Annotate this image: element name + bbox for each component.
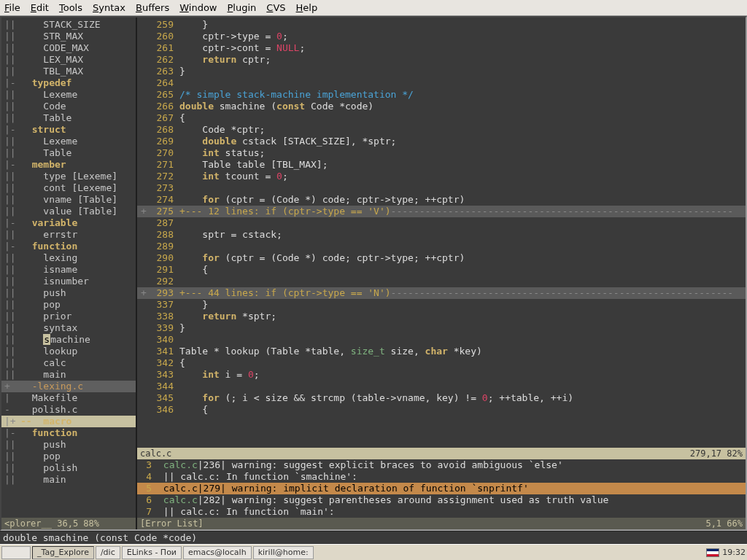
code-editor[interactable]: 259 } 260 cptr->type = 0; 261 cptr->cont…: [137, 18, 746, 448]
taskbar[interactable]: _Tag_Explore/dicELinks - Поиemacs@localh…: [0, 544, 747, 560]
error-line[interactable]: 4 || calc.c: In function `smachine':: [137, 471, 746, 483]
outline-item[interactable]: || CODE_MAX: [1, 42, 136, 54]
code-line[interactable]: 339}: [137, 322, 746, 334]
outline-item[interactable]: |- function: [1, 427, 136, 439]
code-line[interactable]: +293+--- 44 lines: if (cptr->type == 'N'…: [137, 287, 746, 299]
outline-item[interactable]: || cont [Lexeme]: [1, 182, 136, 194]
taskbar-button[interactable]: _Tag_Explore: [32, 546, 94, 559]
outline-item[interactable]: || TBL_MAX: [1, 66, 136, 77]
code-line[interactable]: 342{: [137, 357, 746, 369]
outline-item[interactable]: |+-- macro: [1, 416, 136, 427]
command-line[interactable]: double smachine (const Code *code): [0, 531, 747, 544]
outline-item[interactable]: || STACK_SIZE: [1, 19, 136, 31]
menu-window[interactable]: Window: [179, 2, 217, 13]
code-line[interactable]: 344: [137, 381, 746, 392]
outline-item[interactable]: || prior: [1, 311, 136, 322]
outline-item[interactable]: || push: [1, 287, 136, 299]
outline-item[interactable]: || lookup: [1, 346, 136, 357]
code-line[interactable]: 273: [137, 182, 746, 194]
outline-item[interactable]: || pop: [1, 299, 136, 311]
outline-item[interactable]: || Table: [1, 147, 136, 159]
outline-item[interactable]: || polish: [1, 462, 136, 474]
outline-item[interactable]: || Table: [1, 112, 136, 124]
outline-item[interactable]: |- variable: [1, 217, 136, 229]
code-line[interactable]: 264: [137, 77, 746, 89]
outline-item[interactable]: || vname [Table]: [1, 194, 136, 206]
outline-item[interactable]: || smachine: [1, 334, 136, 346]
outline-item[interactable]: || Lexeme: [1, 89, 136, 101]
taskbar-button[interactable]: /dic: [96, 546, 120, 559]
outline-tree[interactable]: || STACK_SIZE|| STR_MAX|| CODE_MAX|| LEX…: [1, 18, 136, 518]
code-line[interactable]: 271 Table table [TBL_MAX];: [137, 159, 746, 171]
outline-item[interactable]: || isnumber: [1, 276, 136, 287]
code-line[interactable]: 291 {: [137, 264, 746, 276]
code-line[interactable]: 287: [137, 217, 746, 229]
code-line[interactable]: 343 int i = 0;: [137, 369, 746, 381]
code-line[interactable]: 341Table * lookup (Table *table, size_t …: [137, 346, 746, 357]
outline-item[interactable]: || main: [1, 474, 136, 486]
outline-item[interactable]: || LEX_MAX: [1, 54, 136, 66]
outline-item[interactable]: |- member: [1, 159, 136, 171]
code-line[interactable]: 340: [137, 334, 746, 346]
keyboard-layout-icon[interactable]: [706, 548, 719, 557]
code-line[interactable]: 269 double cstack [STACK_SIZE], *sptr;: [137, 136, 746, 147]
menu-plugin[interactable]: Plugin: [227, 2, 256, 13]
code-line[interactable]: 272 int tcount = 0;: [137, 171, 746, 182]
code-line[interactable]: 274 for (cptr = (Code *) code; cptr->typ…: [137, 194, 746, 206]
outline-item[interactable]: || syntax: [1, 322, 136, 334]
code-line[interactable]: 263}: [137, 66, 746, 77]
menu-file[interactable]: File: [4, 2, 20, 13]
code-line[interactable]: 338 return *sptr;: [137, 311, 746, 322]
code-line[interactable]: 260 cptr->type = 0;: [137, 31, 746, 42]
outline-item[interactable]: || push: [1, 439, 136, 451]
menubar[interactable]: FileEditToolsSyntaxBuffersWindowPluginCV…: [0, 0, 747, 16]
code-line[interactable]: 290 for (cptr = (Code *) code; cptr->typ…: [137, 252, 746, 264]
code-line[interactable]: 346 {: [137, 404, 746, 416]
outline-item[interactable]: || STR_MAX: [1, 31, 136, 42]
outline-item[interactable]: |- typedef: [1, 77, 136, 89]
code-line[interactable]: 337 }: [137, 299, 746, 311]
outline-item[interactable]: || type [Lexeme]: [1, 171, 136, 182]
code-line[interactable]: 262 return cptr;: [137, 54, 746, 66]
taskbar-button[interactable]: emacs@localh: [183, 546, 252, 559]
code-line[interactable]: 345 for (; i < size && strcmp (table->vn…: [137, 392, 746, 404]
code-line[interactable]: 267{: [137, 112, 746, 124]
taskbar-button[interactable]: ELinks - Пои: [122, 546, 182, 559]
outline-item[interactable]: || pop: [1, 451, 136, 462]
code-line[interactable]: 270 int status;: [137, 147, 746, 159]
outline-item[interactable]: || calc: [1, 357, 136, 369]
error-line[interactable]: 5 calc.c|279| warning: implicit declarat…: [137, 483, 746, 494]
outline-item[interactable]: |- function: [1, 241, 136, 252]
menu-cvs[interactable]: CVS: [266, 2, 285, 13]
taskbar-button[interactable]: kirill@home:: [253, 546, 314, 559]
menu-tools[interactable]: Tools: [59, 2, 82, 13]
menu-edit[interactable]: Edit: [31, 2, 49, 13]
outline-item[interactable]: || Lexeme: [1, 136, 136, 147]
outline-item[interactable]: || main: [1, 369, 136, 381]
outline-item[interactable]: || errstr: [1, 229, 136, 241]
outline-item[interactable]: || lexing: [1, 252, 136, 264]
tag-explorer-pane[interactable]: || STACK_SIZE|| STR_MAX|| CODE_MAX|| LEX…: [1, 18, 136, 529]
menu-buffers[interactable]: Buffers: [136, 2, 169, 13]
error-line[interactable]: 3 calc.c|236| warning: suggest explicit …: [137, 459, 746, 471]
code-line[interactable]: 266double smachine (const Code *code): [137, 101, 746, 112]
outline-item[interactable]: || Code: [1, 101, 136, 112]
error-list[interactable]: 3 calc.c|236| warning: suggest explicit …: [137, 459, 746, 518]
code-line[interactable]: +275+--- 12 lines: if (cptr->type == 'V'…: [137, 206, 746, 217]
error-line[interactable]: 7 || calc.c: In function `main':: [137, 506, 746, 518]
code-line[interactable]: 288 sptr = cstack;: [137, 229, 746, 241]
code-line[interactable]: 289: [137, 241, 746, 252]
outline-item[interactable]: - polish.c: [1, 404, 136, 416]
outline-item[interactable]: |- struct: [1, 124, 136, 136]
code-line[interactable]: 268 Code *cptr;: [137, 124, 746, 136]
outline-item[interactable]: || value [Table]: [1, 206, 136, 217]
menu-syntax[interactable]: Syntax: [93, 2, 125, 13]
code-line[interactable]: 259 }: [137, 19, 746, 31]
outline-item[interactable]: + -lexing.c: [1, 381, 136, 392]
taskbar-button[interactable]: [1, 546, 31, 559]
code-line[interactable]: 292: [137, 276, 746, 287]
error-line[interactable]: 6 calc.c|282| warning: suggest parenthes…: [137, 494, 746, 506]
code-line[interactable]: 265/* simple stack-machine implementatio…: [137, 89, 746, 101]
menu-help[interactable]: Help: [296, 2, 318, 13]
outline-item[interactable]: || isname: [1, 264, 136, 276]
